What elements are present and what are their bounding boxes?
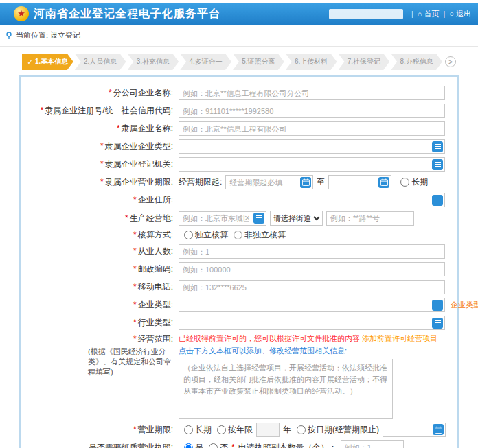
breadcrumb: 当前位置: 设立登记 xyxy=(0,25,478,47)
parent-code-label: *隶属企业注册号/统一社会信用代码: xyxy=(26,105,179,116)
select-dialog-icon[interactable] xyxy=(432,300,443,311)
term-long-radio[interactable] xyxy=(184,425,193,434)
step-label: 8.办税信息 xyxy=(400,57,433,67)
required-marker: * xyxy=(109,88,112,97)
select-dialog-icon[interactable] xyxy=(432,159,443,170)
parent-name-label: *隶属企业名称: xyxy=(26,123,179,134)
step-tab-supplement[interactable]: 3.补充信息 xyxy=(128,54,179,70)
term-by-years-label: 按年限 xyxy=(228,424,253,436)
field-address: *企业住所: xyxy=(26,193,452,207)
company-type-input[interactable] xyxy=(179,298,445,312)
step-label: 6.上传材料 xyxy=(295,57,328,67)
required-marker: * xyxy=(117,123,120,133)
company-type-select-link[interactable]: 企业类型选择 xyxy=(451,300,478,310)
select-dialog-icon[interactable] xyxy=(432,141,443,152)
accounting-non-independent-radio[interactable] xyxy=(234,231,242,239)
paper-no-radio[interactable] xyxy=(209,443,218,448)
step-tab-upload[interactable]: 6.上传材料 xyxy=(286,54,337,70)
required-marker: * xyxy=(133,282,137,292)
paper-yes-radio[interactable] xyxy=(184,443,193,448)
accounting-label: *核算方式: xyxy=(26,229,179,240)
home-link[interactable]: ⌂ 首页 xyxy=(418,9,440,19)
nav-divider: | xyxy=(443,10,445,18)
term-years-input[interactable] xyxy=(256,423,280,437)
business-term-label: *营业期限: xyxy=(26,424,179,435)
parent-authority-input[interactable] xyxy=(179,157,445,172)
staff-count-input[interactable] xyxy=(179,244,445,259)
production-site-label: *生产经营地: xyxy=(26,213,179,224)
term-by-date-radio[interactable] xyxy=(297,425,306,434)
header: ★ 河南省企业登记全程电子化服务平台 | ⌂ 首页 | ○ 退出 xyxy=(0,3,478,25)
field-parent-code: *隶属企业注册号/统一社会信用代码: xyxy=(26,104,452,118)
copies-input[interactable] xyxy=(341,440,404,448)
step-tab-personnel[interactable]: 2.人员信息 xyxy=(75,54,126,70)
paper-yes-label: 是 xyxy=(195,442,203,448)
term-to-label: 至 xyxy=(317,176,325,188)
street-select[interactable]: 请选择街道 xyxy=(270,211,323,226)
top-nav: | ⌂ 首页 | ○ 退出 xyxy=(329,9,471,19)
select-dialog-icon[interactable] xyxy=(432,318,443,329)
business-scope-area: 已经取得前置许可的，您可以根据许可文件批准的内容 添加前置许可经营项目 点击下方… xyxy=(179,333,437,419)
nav-divider: | xyxy=(411,10,413,18)
business-scope-textarea[interactable]: （企业依法自主选择经营项目，开展经营活动；依法须经批准的项目，经相关部门批准后依… xyxy=(179,359,393,419)
logout-link[interactable]: ○ 退出 xyxy=(449,9,471,19)
parent-term-long-radio[interactable] xyxy=(400,178,409,187)
step-tab-tax[interactable]: 8.办税信息 xyxy=(391,54,442,70)
home-label: 首页 xyxy=(424,9,439,19)
select-dialog-icon[interactable] xyxy=(432,195,443,206)
parent-type-input[interactable] xyxy=(179,139,445,154)
company-type-label: *企业类型: xyxy=(26,299,179,310)
parent-authority-label: *隶属企业登记机关: xyxy=(26,158,179,169)
step-tab-basic-info[interactable]: ✓ 1.基本信息 xyxy=(22,54,73,70)
field-mobile: *移动电话: xyxy=(26,280,452,294)
step-tab-multi-cert[interactable]: 4.多证合一 xyxy=(180,54,231,70)
production-address-input[interactable] xyxy=(326,211,414,226)
user-info-redacted xyxy=(329,9,403,19)
accounting-independent-label: 独立核算 xyxy=(195,229,228,241)
business-scope-label: *经营范围: (根据《国民经济行业分类》、有关规定和公司章程填写) xyxy=(26,333,179,377)
required-marker: * xyxy=(133,264,137,274)
parent-name-input[interactable] xyxy=(179,121,445,136)
field-accounting: *核算方式: 独立核算 非独立核算 xyxy=(26,229,452,241)
accounting-independent-radio[interactable] xyxy=(184,231,193,239)
step-tab-cert-separation[interactable]: 5.证照分离 xyxy=(233,54,284,70)
term-by-years-radio[interactable] xyxy=(217,425,226,434)
calendar-icon[interactable] xyxy=(433,424,444,435)
branch-name-input[interactable] xyxy=(179,86,445,100)
step-label: 7.社保登记 xyxy=(348,57,380,67)
required-marker: * xyxy=(100,159,104,169)
field-parent-term: *隶属企业营业期限: 经营期限起: 至 长期 xyxy=(26,175,452,189)
steps-next-icon[interactable]: > xyxy=(445,56,456,67)
required-marker: * xyxy=(100,141,104,151)
list-glyph xyxy=(435,303,441,308)
breadcrumb-text: 当前位置: 设立登记 xyxy=(16,30,80,40)
postcode-input[interactable] xyxy=(179,262,445,276)
mobile-input[interactable] xyxy=(179,280,445,294)
mobile-label: *移动电话: xyxy=(26,281,179,292)
field-business-scope: *经营范围: (根据《国民经济行业分类》、有关规定和公司章程填写) 已经取得前置… xyxy=(26,333,452,419)
industry-type-input[interactable] xyxy=(179,316,445,330)
parent-type-label: *隶属企业企业类型: xyxy=(26,141,179,152)
calendar-icon[interactable] xyxy=(300,177,311,188)
required-marker: * xyxy=(133,246,137,256)
scope-hint-edit: 点击下方文本框可以添加、修改经营范围相关信息: xyxy=(179,346,437,356)
add-permit-items-link[interactable]: 添加前置许可经营项目 xyxy=(362,334,437,342)
required-marker: * xyxy=(41,106,44,115)
select-dialog-icon[interactable] xyxy=(253,213,264,224)
required-marker: * xyxy=(133,300,137,309)
national-emblem-icon: ★ xyxy=(14,6,29,21)
step-label: 5.证照分离 xyxy=(242,57,275,67)
staff-count-label: *从业人数: xyxy=(26,246,179,257)
address-label: *企业住所: xyxy=(26,194,179,205)
list-glyph xyxy=(435,144,441,150)
field-production-site: *生产经营地: 请选择街道 xyxy=(26,211,452,226)
address-input[interactable] xyxy=(179,193,445,207)
list-glyph xyxy=(256,215,262,221)
step-tab-social-security[interactable]: 7.社保登记 xyxy=(339,54,390,70)
calendar-icon[interactable] xyxy=(378,177,389,188)
logout-icon: ○ xyxy=(449,10,454,18)
parent-code-input[interactable] xyxy=(179,104,445,118)
field-staff-count: *从业人数: xyxy=(26,244,452,259)
parent-term-label: *隶属企业营业期限: xyxy=(26,176,179,187)
step-label: 2.人员信息 xyxy=(84,57,117,67)
